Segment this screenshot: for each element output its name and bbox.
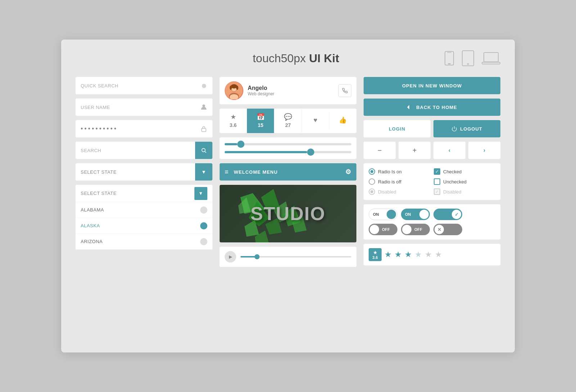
decrement-button[interactable]: − bbox=[364, 142, 396, 159]
toggle-off-2[interactable]: OFF bbox=[401, 224, 430, 235]
menu-gear-icon[interactable]: ⚙ bbox=[345, 168, 351, 176]
stat-heart[interactable]: ♥ bbox=[302, 112, 329, 130]
stat-calendar[interactable]: 📅 15 bbox=[247, 109, 274, 133]
svg-rect-1 bbox=[448, 63, 451, 64]
svg-point-7 bbox=[202, 105, 205, 108]
radio-check-section: Radio Is on ✓ Checked Radio is off Unche… bbox=[364, 163, 500, 200]
star-1[interactable]: ★ bbox=[384, 250, 392, 259]
stat-rating[interactable]: ★ 3.6 bbox=[220, 109, 247, 133]
checked-label: Checked bbox=[443, 169, 462, 174]
radio-disabled-label: Disabled bbox=[378, 189, 396, 195]
stats-row: ★ 3.6 📅 15 💬 27 ♥ 👍 bbox=[220, 109, 356, 133]
main-card: touch50px UI Kit bbox=[61, 40, 515, 352]
star-3[interactable]: ★ bbox=[405, 250, 412, 259]
checked-item[interactable]: ✓ Checked bbox=[434, 168, 495, 175]
stars-section: ★ 3.6 ★ ★ ★ ★ ★ ★ bbox=[364, 244, 500, 265]
next-button[interactable]: › bbox=[468, 142, 500, 159]
username-row bbox=[76, 99, 212, 116]
phone-call-icon[interactable] bbox=[338, 84, 351, 97]
svg-rect-5 bbox=[484, 53, 498, 62]
rating-badge: ★ 3.6 bbox=[369, 248, 382, 261]
password-input[interactable] bbox=[76, 125, 195, 133]
radio-on-label: Radio Is on bbox=[378, 169, 402, 174]
prev-button[interactable]: ‹ bbox=[433, 142, 465, 159]
select-state-closed[interactable]: SELECT STATE ▼ bbox=[76, 163, 212, 181]
dropdown-header-label: SELECT STATE bbox=[81, 191, 117, 196]
toggle-on-2[interactable]: ON bbox=[401, 209, 430, 220]
play-button[interactable]: ▶ bbox=[225, 251, 236, 263]
unchecked-item[interactable]: Unchecked bbox=[434, 178, 495, 185]
check-disabled-box: ✓ bbox=[434, 188, 440, 195]
menu-lines-icon: ≡ bbox=[225, 168, 229, 176]
title-light: touch50px bbox=[253, 52, 309, 65]
svg-point-18 bbox=[236, 86, 238, 90]
unchecked-label: Unchecked bbox=[443, 179, 467, 184]
toggle-section: ON ON ✓ bbox=[364, 204, 500, 240]
toggle-on-3[interactable]: ✓ bbox=[433, 209, 462, 220]
list-item[interactable]: ALABAMA bbox=[76, 202, 212, 218]
phone-device-icon bbox=[444, 51, 454, 65]
quick-search-row: ⊗ bbox=[76, 77, 212, 94]
dropdown-collapse-btn[interactable]: ▼ bbox=[194, 187, 207, 200]
svg-rect-6 bbox=[482, 62, 500, 64]
slider-2[interactable] bbox=[225, 151, 351, 153]
middle-column: Angelo Web designer ★ 3.6 📅 15 💬 bbox=[220, 77, 356, 267]
toggle-off-3[interactable]: ✕ bbox=[433, 224, 462, 235]
radio-on-circle bbox=[369, 168, 375, 175]
search-icon[interactable] bbox=[195, 142, 212, 159]
back-to-home-button[interactable]: BACK TO HOME bbox=[364, 99, 500, 116]
check-disabled-label: Disabled bbox=[443, 189, 462, 195]
audio-progress-bar[interactable] bbox=[240, 256, 351, 257]
svg-point-9 bbox=[202, 149, 205, 152]
radio-dot-arizona bbox=[200, 238, 207, 245]
open-new-window-button[interactable]: OPEN IN NEW WINDOW bbox=[364, 77, 500, 94]
profile-card: Angelo Web designer bbox=[220, 77, 356, 104]
star-5[interactable]: ★ bbox=[425, 250, 432, 259]
select-arrow-icon[interactable]: ▼ bbox=[195, 163, 212, 181]
columns: ⊗ bbox=[76, 77, 500, 267]
sliders-container bbox=[220, 137, 356, 159]
lock-icon bbox=[195, 120, 212, 137]
svg-point-4 bbox=[467, 63, 469, 65]
radio-disabled-circle bbox=[369, 188, 375, 195]
radio-disabled-item: Disabled bbox=[369, 188, 430, 195]
search-input[interactable] bbox=[76, 148, 195, 153]
menu-bar[interactable]: ≡ WELCOME MENU ⚙ bbox=[220, 163, 356, 181]
login-button[interactable]: LOGIN bbox=[364, 120, 431, 137]
logout-button[interactable]: LOGOUT bbox=[433, 120, 500, 137]
toggles-on-row: ON ON ✓ bbox=[369, 209, 495, 220]
page-title: touch50px UI Kit bbox=[148, 52, 444, 65]
quick-search-input[interactable] bbox=[76, 83, 195, 88]
unchecked-box bbox=[434, 178, 440, 185]
dropdown-header[interactable]: SELECT STATE ▼ bbox=[76, 185, 212, 202]
username-input[interactable] bbox=[76, 105, 195, 110]
stat-like[interactable]: 👍 bbox=[329, 112, 356, 130]
check-disabled-item: ✓ Disabled bbox=[434, 188, 495, 195]
increment-button[interactable]: + bbox=[399, 142, 431, 159]
search-row bbox=[76, 142, 212, 159]
audio-player: ▶ bbox=[220, 247, 356, 267]
dropdown-list: SELECT STATE ▼ ALABAMA ALASKA ARIZONA bbox=[76, 185, 212, 250]
radio-on-item[interactable]: Radio Is on bbox=[369, 168, 430, 175]
list-item[interactable]: ALASKA bbox=[76, 218, 212, 234]
stat-chat[interactable]: 💬 27 bbox=[274, 109, 302, 133]
toggle-on-1[interactable]: ON bbox=[369, 209, 397, 220]
left-column: ⊗ bbox=[76, 77, 212, 267]
profile-role: Web designer bbox=[248, 91, 334, 96]
profile-name: Angelo bbox=[248, 85, 334, 91]
studio-text: STUDIO bbox=[251, 203, 325, 224]
back-arrow-icon bbox=[407, 105, 413, 110]
laptop-device-icon bbox=[482, 52, 500, 65]
star-6[interactable]: ★ bbox=[435, 250, 442, 259]
star-4[interactable]: ★ bbox=[415, 250, 422, 259]
radio-off-item[interactable]: Radio is off bbox=[369, 178, 430, 185]
title-bold: UI Kit bbox=[309, 52, 339, 65]
media-area: STUDIO bbox=[220, 185, 356, 242]
list-item[interactable]: ARIZONA bbox=[76, 234, 212, 250]
slider-1[interactable] bbox=[225, 143, 351, 145]
select-state-label: SELECT STATE bbox=[76, 169, 195, 175]
toggle-off-1[interactable]: OFF bbox=[369, 224, 397, 235]
star-2[interactable]: ★ bbox=[395, 250, 402, 259]
clear-icon[interactable]: ⊗ bbox=[195, 77, 212, 94]
svg-line-10 bbox=[205, 151, 206, 153]
